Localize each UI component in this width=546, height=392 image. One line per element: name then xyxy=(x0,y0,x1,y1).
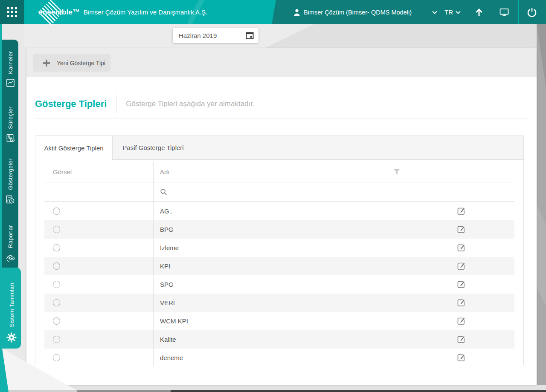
indicator-type-name: SPG xyxy=(160,281,174,288)
sidebar-item-karneler[interactable]: Karneler xyxy=(2,40,18,93)
sidebar-item-raporlar[interactable]: Raporlar xyxy=(2,210,18,268)
apps-grid-icon xyxy=(7,7,17,17)
row-cell-adi: WCM KPI xyxy=(153,312,408,330)
name-filter-input[interactable] xyxy=(171,188,408,196)
indicator-type-name: WCM KPI xyxy=(160,317,188,325)
sidebar-item-gostergeler[interactable]: Göstergeler xyxy=(2,148,18,210)
edit-button[interactable] xyxy=(456,261,466,271)
sidebar-item-label: Göstergeler xyxy=(7,159,14,190)
table-row: WCM KPI xyxy=(44,312,514,330)
row-cell-actions xyxy=(408,202,514,220)
row-cell-adi: SPG xyxy=(153,275,408,294)
row-radio[interactable] xyxy=(53,317,60,325)
edit-icon xyxy=(456,280,466,289)
indicator-type-name: VERİ xyxy=(160,299,175,306)
table-row: VERİ xyxy=(44,294,514,312)
row-cell-adi: KPI xyxy=(153,257,408,275)
plus-icon xyxy=(42,59,51,67)
app-header: ensemble™ Bimser Çözüm Yazılım ve Danışm… xyxy=(0,0,546,24)
edit-button[interactable] xyxy=(456,298,466,308)
edit-button[interactable] xyxy=(456,225,466,234)
app-screen: { "header": { "logo": "ensemble™", "comp… xyxy=(0,0,546,392)
table-row: KPI xyxy=(44,257,514,275)
tab-bar: Aktif Gösterge Tipleri Pasif Gösterge Ti… xyxy=(35,136,523,160)
period-datepicker[interactable]: Haziran 2019 xyxy=(173,28,258,43)
edit-icon xyxy=(456,334,466,344)
calendar-icon xyxy=(246,32,254,40)
row-radio[interactable] xyxy=(53,299,60,306)
row-cell-gorsel xyxy=(44,312,153,330)
datepicker-value: Haziran 2019 xyxy=(179,32,246,39)
edit-icon xyxy=(456,316,466,326)
row-radio[interactable] xyxy=(53,226,60,233)
language-selector[interactable]: TR xyxy=(444,0,453,24)
chevron-down-icon[interactable] xyxy=(432,0,437,24)
sidebar-item-label: Süreçler xyxy=(7,107,14,129)
monitor-icon[interactable] xyxy=(499,0,509,24)
row-cell-gorsel xyxy=(44,275,153,294)
row-radio[interactable] xyxy=(53,262,60,270)
title-divider xyxy=(116,95,116,113)
column-header-gorsel: Görsel xyxy=(44,162,153,182)
chevron-down-icon[interactable] xyxy=(456,0,461,24)
apps-menu-button[interactable] xyxy=(0,0,24,24)
edit-button[interactable] xyxy=(456,280,466,289)
new-indicator-type-button[interactable]: Yeni Gösterge Tipi xyxy=(33,54,110,72)
row-cell-adi: BPG xyxy=(153,220,408,239)
edit-icon xyxy=(456,353,466,363)
tab-aktif-gosterge-tipleri[interactable]: Aktif Gösterge Tipleri xyxy=(35,136,113,160)
row-cell-gorsel xyxy=(44,239,153,257)
sidebar-item-surecler[interactable]: Süreçler xyxy=(2,93,18,148)
edit-icon xyxy=(456,225,466,234)
row-cell-gorsel xyxy=(44,220,153,239)
indicator-types-panel: Aktif Gösterge Tipleri Pasif Gösterge Ti… xyxy=(35,135,524,365)
reports-icon xyxy=(6,253,15,262)
indicator-type-name: deneme xyxy=(160,354,183,361)
table-row: BPG xyxy=(44,220,514,239)
page-subtitle: Gösterge Tipleri aşağıda yer almaktadır. xyxy=(126,100,254,108)
scrollbar-track[interactable] xyxy=(77,390,171,392)
toolbar: Yeni Gösterge Tipi xyxy=(26,48,537,77)
row-radio[interactable] xyxy=(53,336,60,343)
row-cell-gorsel xyxy=(44,330,153,349)
row-cell-gorsel xyxy=(44,349,153,367)
scrollbar-thumb[interactable] xyxy=(171,390,546,392)
gear-icon xyxy=(6,332,17,343)
table-row: SPG xyxy=(44,275,514,294)
power-icon[interactable] xyxy=(526,0,537,24)
upload-arrow-icon[interactable] xyxy=(474,0,484,24)
process-icon xyxy=(6,134,15,143)
sidebar-nav: Karneler Süreçler Göstergeler Raporlar xyxy=(2,40,21,349)
indicator-types-table: Görsel Adı xyxy=(44,162,514,367)
page-title: Gösterge Tipleri xyxy=(35,98,107,110)
edit-icon xyxy=(456,206,466,216)
row-cell-adi: İzleme xyxy=(153,239,408,257)
filter-icon[interactable] xyxy=(393,169,400,175)
tab-pasif-gosterge-tipleri[interactable]: Pasif Gösterge Tipleri xyxy=(113,136,194,159)
user-menu[interactable]: Bimser Çözüm (Bimser- QDMS Modeli) xyxy=(304,0,412,24)
ensemble-logo: ensemble™ xyxy=(38,0,85,24)
indicators-icon xyxy=(6,195,15,204)
row-radio[interactable] xyxy=(53,208,60,215)
edit-button[interactable] xyxy=(456,206,466,216)
filter-cell-gorsel xyxy=(44,182,153,202)
edit-button[interactable] xyxy=(456,334,466,344)
logo-text: ensemble™ xyxy=(38,8,80,17)
table-filter-row xyxy=(44,182,514,202)
header-divider xyxy=(518,0,519,24)
scrollbar-track[interactable] xyxy=(9,390,77,392)
row-cell-actions xyxy=(408,239,514,257)
row-radio[interactable] xyxy=(53,281,60,288)
sidebar-item-label: Sistem Tanımları xyxy=(9,282,15,327)
new-button-label: Yeni Gösterge Tipi xyxy=(57,60,105,66)
edit-button[interactable] xyxy=(456,316,466,326)
sidebar-item-sistem-tanimlari[interactable]: Sistem Tanımları xyxy=(2,268,21,349)
row-radio[interactable] xyxy=(53,244,60,251)
row-cell-actions xyxy=(408,257,514,275)
row-radio[interactable] xyxy=(53,354,60,361)
edit-button[interactable] xyxy=(456,243,466,253)
filter-cell-actions xyxy=(408,182,514,202)
table-row: Kalite xyxy=(44,330,514,349)
column-header-label: Adı xyxy=(160,168,170,176)
edit-button[interactable] xyxy=(456,353,466,363)
